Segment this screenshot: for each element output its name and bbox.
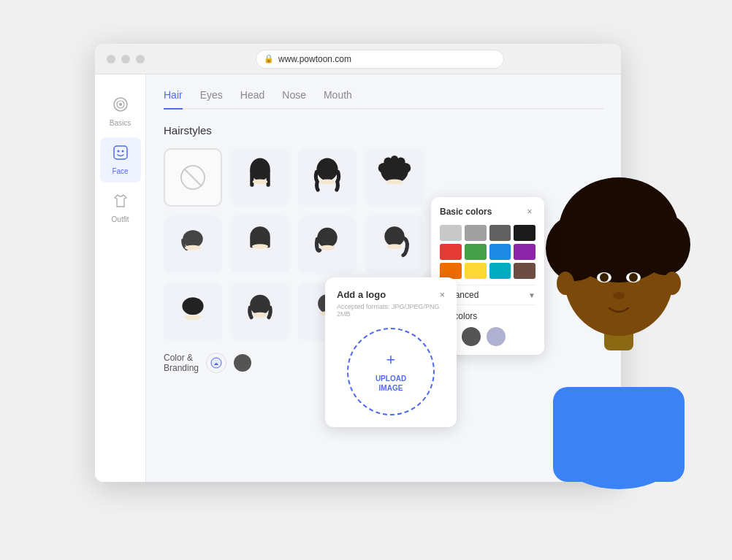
tab-eyes[interactable]: Eyes: [200, 89, 223, 110]
tab-nose[interactable]: Nose: [282, 89, 306, 110]
svg-point-11: [253, 180, 268, 185]
upload-label: UPLOADIMAGE: [375, 374, 406, 393]
hair-style-6[interactable]: [298, 215, 357, 274]
hair-style-7[interactable]: [365, 215, 424, 274]
color-cell-gray4[interactable]: [514, 225, 535, 241]
hair-style-1[interactable]: [231, 148, 289, 207]
color-cell-gray3[interactable]: [489, 225, 511, 241]
panel-close-icon[interactable]: ×: [524, 206, 535, 218]
chevron-down-icon: ▼: [528, 291, 535, 299]
svg-point-12: [316, 158, 338, 180]
url-text: www.powtoon.com: [278, 54, 351, 64]
sidebar: Basics Face: [95, 74, 146, 482]
upload-plus-icon: +: [386, 350, 396, 369]
basics-label: Basics: [110, 119, 131, 127]
color-brown[interactable]: [514, 263, 535, 279]
hair-style-2[interactable]: [298, 148, 357, 207]
svg-point-19: [391, 156, 398, 163]
outfit-icon: [113, 193, 129, 212]
hair-style-9[interactable]: [231, 283, 289, 341]
svg-point-31: [182, 297, 203, 315]
face-label: Face: [112, 167, 128, 175]
svg-point-2: [119, 103, 122, 106]
svg-line-7: [184, 169, 202, 186]
color-blue[interactable]: [489, 244, 511, 260]
svg-point-30: [387, 244, 403, 249]
color-orange[interactable]: [440, 263, 462, 279]
svg-rect-9: [250, 169, 253, 187]
color-cell-gray2[interactable]: [465, 225, 487, 241]
color-cell-gray1[interactable]: [440, 225, 462, 241]
browser-dot-1: [107, 55, 115, 64]
color-swatch-dark[interactable]: [234, 354, 251, 372]
svg-point-4: [117, 150, 119, 153]
svg-point-49: [590, 190, 648, 237]
my-color-2[interactable]: [487, 327, 506, 346]
upload-panel-close-icon[interactable]: ×: [439, 289, 445, 300]
svg-point-22: [185, 245, 201, 250]
upload-panel-subtitle: Accepted formats: JPG/JPEG/PNG 2MB: [337, 303, 445, 318]
face-icon: [113, 145, 129, 164]
browser-dot-3: [136, 55, 145, 64]
color-branding-label: Color &Branding: [164, 353, 199, 373]
svg-point-5: [121, 150, 123, 153]
svg-point-29: [384, 226, 404, 246]
color-yellow[interactable]: [465, 263, 487, 279]
color-grid: [440, 244, 535, 279]
gray-row: [440, 225, 535, 241]
svg-point-51: [600, 273, 609, 282]
svg-point-53: [629, 273, 638, 282]
upload-panel-title: Add a logo: [337, 289, 386, 300]
upload-panel-header: Add a logo ×: [337, 289, 445, 300]
svg-point-56: [663, 272, 681, 295]
panel-title: Basic colors: [440, 207, 492, 217]
upload-zone[interactable]: + UPLOADIMAGE: [347, 328, 435, 415]
svg-point-26: [252, 244, 268, 249]
my-color-1[interactable]: [462, 327, 481, 346]
browser-addressbar: 🔒 www.powtoon.com: [256, 50, 504, 69]
svg-point-13: [319, 180, 335, 185]
sidebar-item-face[interactable]: Face: [100, 137, 141, 183]
upload-panel: Add a logo × Accepted formats: JPG/JPEG/…: [325, 277, 457, 427]
sidebar-item-basics[interactable]: Basics: [100, 89, 141, 134]
tab-head[interactable]: Head: [240, 89, 264, 110]
svg-rect-10: [267, 169, 270, 187]
color-cyan[interactable]: [489, 263, 511, 279]
svg-point-54: [613, 292, 625, 299]
svg-rect-41: [553, 387, 685, 482]
tab-mouth[interactable]: Mouth: [324, 89, 352, 110]
hair-style-4[interactable]: [164, 215, 222, 274]
lock-icon: 🔒: [264, 54, 274, 64]
svg-point-55: [557, 272, 574, 295]
hair-style-8[interactable]: [164, 283, 222, 341]
color-green[interactable]: [465, 244, 487, 260]
basics-icon: [113, 96, 129, 116]
svg-point-33: [250, 295, 270, 315]
color-branding-icon[interactable]: [206, 353, 226, 373]
svg-point-34: [253, 312, 268, 318]
color-red[interactable]: [440, 244, 462, 260]
hair-style-3[interactable]: [365, 148, 424, 207]
svg-point-27: [317, 228, 337, 248]
panel-header: Basic colors ×: [440, 206, 535, 218]
svg-point-32: [185, 315, 201, 320]
color-purple[interactable]: [514, 244, 535, 260]
hair-none[interactable]: [164, 148, 222, 207]
outfit-label: Outfit: [112, 215, 129, 223]
tab-hair[interactable]: Hair: [164, 89, 183, 110]
browser-dot-2: [121, 55, 130, 64]
svg-rect-3: [114, 146, 127, 159]
svg-point-28: [320, 245, 335, 250]
sidebar-item-outfit[interactable]: Outfit: [100, 185, 141, 231]
svg-point-21: [183, 230, 202, 248]
hair-style-5[interactable]: [231, 215, 289, 274]
svg-point-20: [386, 180, 403, 185]
